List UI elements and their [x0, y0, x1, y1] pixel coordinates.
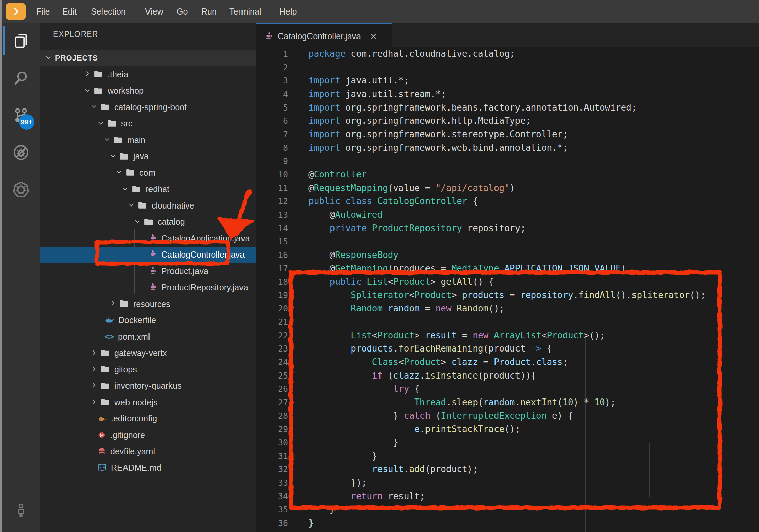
folder-icon	[100, 348, 110, 358]
code-line-31: }	[308, 450, 759, 463]
tree-item-dockerfile[interactable]: Dockerfile	[40, 312, 256, 329]
menu-item-edit[interactable]: Edit	[62, 0, 77, 23]
activity-item-explorer[interactable]	[2, 23, 40, 60]
activity-item-debug-off[interactable]	[2, 135, 40, 172]
code-line-13: @Autowired	[308, 208, 759, 222]
chevron-down-icon	[109, 152, 117, 161]
tree-item-catalogcontroller-java[interactable]: CatalogController.java	[40, 247, 256, 263]
tree-item-resources[interactable]: resources	[40, 296, 256, 312]
tree-item-gateway-vertx[interactable]: gateway-vertx	[40, 345, 256, 361]
folder-icon	[143, 217, 154, 227]
code-line-2	[308, 61, 759, 74]
xml-icon: <>	[104, 332, 114, 341]
tree-item-catalog-spring-boot[interactable]: catalog-spring-boot	[40, 99, 256, 115]
tree-item-catalog[interactable]: catalog	[40, 214, 256, 230]
menu-item-run[interactable]: Run	[201, 0, 217, 23]
tree-item-label: catalog	[158, 217, 185, 227]
code-editor[interactable]: 1234567891011121314151617181920212223242…	[256, 47, 759, 532]
tree-item-label: inventory-quarkus	[114, 381, 182, 391]
code-line-7: import org.springframework.stereotype.Co…	[308, 128, 759, 141]
code-line-26: try {	[308, 382, 759, 396]
code-line-32: result.add(product);	[308, 463, 759, 476]
menu-item-go[interactable]: Go	[177, 0, 188, 23]
tree-item-com[interactable]: com	[40, 165, 256, 181]
folder-icon	[119, 299, 129, 309]
tree-item-catalogapplication-java[interactable]: CatalogApplication.java	[40, 230, 256, 246]
menu-item-help[interactable]: Help	[279, 0, 297, 23]
tree-item-src[interactable]: src	[40, 116, 256, 132]
code-line-12: public class CatalogController {	[308, 195, 759, 208]
tree-item-inventory-quarkus[interactable]: inventory-quarkus	[40, 378, 256, 394]
app-logo-button[interactable]	[6, 3, 26, 20]
explorer-icon	[12, 32, 30, 51]
folder-icon	[93, 69, 104, 79]
activity-item-source-control[interactable]: 99+	[2, 97, 40, 135]
code-line-15	[308, 235, 759, 248]
code-line-20: Random random = new Random();	[308, 302, 759, 315]
tree-item-pom-xml[interactable]: <>pom.xml	[40, 329, 256, 345]
tree-item-readme-md[interactable]: README.md	[40, 460, 256, 476]
tab-label: CatalogController.java	[278, 31, 361, 41]
tree-item-label: README.md	[111, 463, 161, 473]
tree-item--editorconfig[interactable]: .editorconfig	[40, 411, 256, 427]
chevron-down-icon	[133, 217, 141, 227]
code-line-21	[308, 315, 759, 329]
chevron-right-icon	[90, 381, 98, 391]
tree-item-redhat[interactable]: redhat	[40, 181, 256, 197]
tree-item-devfile-yaml[interactable]: devfile.yaml	[40, 443, 256, 460]
tree-item-label: java	[133, 151, 149, 161]
folder-icon	[93, 86, 104, 96]
folder-icon	[107, 119, 117, 129]
menu-item-terminal[interactable]: Terminal	[229, 0, 261, 23]
activity-item-account[interactable]	[2, 493, 40, 530]
code-line-28: } catch (InterruptedException e) {	[308, 409, 759, 423]
tree-item-productrepository-java[interactable]: ProductRepository.java	[40, 280, 256, 296]
activity-item-search[interactable]	[2, 60, 40, 97]
code-line-6: import org.springframework.http.MediaTyp…	[308, 114, 759, 128]
code-line-27: Thread.sleep(random.nextInt(10) * 10);	[308, 396, 759, 409]
code-content: package com.redhat.cloudnative.catalog;i…	[256, 47, 759, 530]
java-icon	[148, 283, 157, 292]
menu-item-view[interactable]: View	[145, 0, 163, 23]
editorconfig-icon	[97, 414, 107, 424]
activity-bar: 99+	[2, 23, 40, 532]
tree-item-web-nodejs[interactable]: web-nodejs	[40, 394, 256, 410]
chevron-right-icon	[90, 365, 98, 374]
tree-item-label: src	[121, 119, 132, 128]
tree-item-label: catalog-spring-boot	[114, 102, 187, 112]
code-line-23: products.forEachRemaining(product -> {	[308, 342, 759, 356]
menu-item-file[interactable]: File	[36, 0, 50, 23]
menu-item-selection[interactable]: Selection	[91, 0, 126, 23]
tree-item-label: pom.xml	[118, 332, 150, 342]
chevron-down-icon	[83, 86, 91, 96]
code-line-33: });	[308, 476, 759, 490]
folder-icon	[100, 102, 110, 112]
tree-item-workshop[interactable]: workshop	[40, 83, 256, 99]
tree-item-gitops[interactable]: gitops	[40, 361, 256, 378]
menu-bar: FileEditSelectionViewGoRunTerminalHelp	[0, 0, 759, 23]
tree-item--gitignore[interactable]: .gitignore	[40, 427, 256, 443]
code-line-16: @ResponseBody	[308, 248, 759, 262]
tree-item-main[interactable]: main	[40, 132, 256, 148]
folder-icon	[119, 151, 129, 162]
folder-icon	[125, 168, 135, 178]
tab-catalogcontroller[interactable]: CatalogController.java ×	[256, 23, 392, 48]
chevron-down-icon	[115, 168, 123, 177]
activity-item-kubernetes[interactable]	[2, 172, 40, 209]
tree-item-java[interactable]: java	[40, 148, 256, 165]
database-icon	[97, 447, 106, 456]
java-icon	[148, 250, 157, 259]
tree-item-label: ProductRepository.java	[161, 283, 248, 292]
tree-item-label: .gitignore	[110, 430, 145, 440]
ide-window: FileEditSelectionViewGoRunTerminalHelp 9…	[0, 0, 759, 532]
chevron-down-icon	[121, 185, 129, 194]
close-icon[interactable]: ×	[370, 31, 377, 42]
chevron-right-icon	[109, 299, 117, 309]
projects-section-header[interactable]: PROJECTS	[40, 50, 256, 66]
debug-off-icon	[12, 144, 30, 163]
folder-icon	[131, 184, 141, 194]
tree-item-product-java[interactable]: Product.java	[40, 263, 256, 279]
tree-item-cloudnative[interactable]: cloudnative	[40, 197, 256, 214]
tree-item--theia[interactable]: .theia	[40, 66, 256, 82]
code-line-9	[308, 154, 759, 168]
